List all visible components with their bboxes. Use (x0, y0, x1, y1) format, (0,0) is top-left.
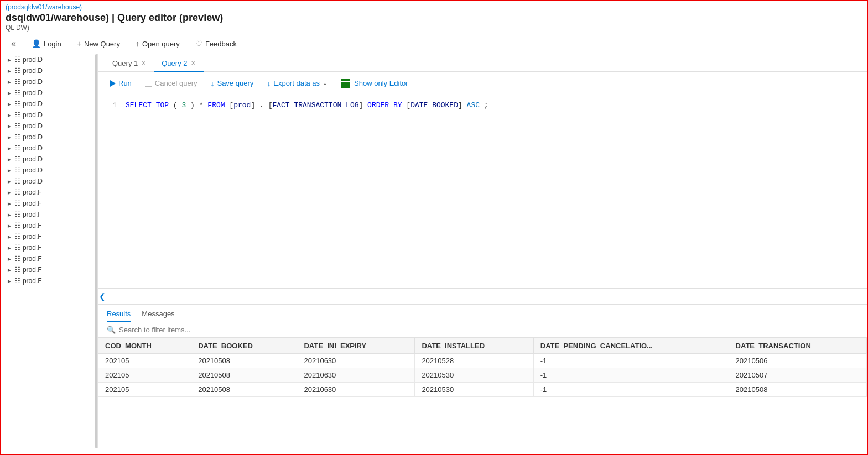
table-icon-0: ☷ (14, 56, 20, 64)
search-bar: 🔍 (98, 322, 867, 338)
expand-arrow-3: ► (7, 90, 12, 96)
sidebar-item-label-3: prod.D (23, 89, 43, 97)
plus-icon: + (77, 39, 81, 48)
editor-label: Show only Editor (354, 79, 408, 87)
open-query-label: Open query (142, 40, 180, 48)
sidebar-item-1[interactable]: ► ☷ prod.D (1, 65, 97, 76)
sidebar-item-label-2: prod.D (23, 78, 43, 86)
cell-r1-c1: 20210508 (191, 368, 297, 383)
sidebar-item-8[interactable]: ► ☷ prod.D (1, 143, 97, 154)
sidebar-item-6[interactable]: ► ☷ prod.D (1, 121, 97, 132)
results-tab-messages[interactable]: Messages (142, 305, 174, 322)
results-tabs: Results Messages (98, 305, 867, 322)
feedback-button[interactable]: ♡ Feedback (192, 37, 240, 50)
line-number-1: 1 (98, 101, 126, 109)
sidebar-item-13[interactable]: ► ☷ prod.F (1, 198, 97, 209)
expand-arrow-6: ► (7, 123, 12, 129)
sql-editor[interactable]: 1 SELECT TOP ( 3 ) * FROM [prod] . [FACT… (98, 95, 867, 289)
sidebar-item-label-17: prod.F (23, 244, 42, 252)
person-icon: 👤 (32, 39, 41, 48)
search-input[interactable] (119, 326, 274, 334)
run-button[interactable]: Run (107, 77, 135, 90)
sidebar-item-4[interactable]: ► ☷ prod.D (1, 98, 97, 109)
sidebar-item-15[interactable]: ► ☷ prod.F (1, 220, 97, 231)
expand-arrow-8: ► (7, 145, 12, 151)
sidebar-item-3[interactable]: ► ☷ prod.D (1, 87, 97, 98)
sidebar-item-9[interactable]: ► ☷ prod.D (1, 154, 97, 165)
results-tab-messages-label: Messages (142, 310, 174, 318)
col-header-cod-month: COD_MONTH (98, 338, 191, 354)
sidebar-item-19[interactable]: ► ☷ prod.F (1, 264, 97, 275)
show-only-editor-button[interactable]: Show only Editor (337, 76, 412, 90)
col-header-date-transaction: DATE_TRANSACTION (729, 338, 866, 354)
results-table-wrapper[interactable]: COD_MONTH DATE_BOOKED DATE_INI_EXPIRY DA… (98, 338, 867, 448)
sidebar-item-11[interactable]: ► ☷ prod.D (1, 176, 97, 187)
export-data-button[interactable]: ↓ Export data as ⌄ (263, 77, 331, 90)
query-tab-1[interactable]: Query 1 ✕ (105, 55, 154, 72)
sidebar-item-label-11: prod.D (23, 177, 43, 185)
main-layout: ► ☷ prod.D ► ☷ prod.D ► ☷ prod.D ► ☷ pro… (1, 54, 867, 448)
sidebar-item-16[interactable]: ► ☷ prod.F (1, 231, 97, 242)
expand-arrow-0: ► (7, 57, 12, 63)
sidebar-item-0[interactable]: ► ☷ prod.D (1, 54, 97, 65)
sidebar-item-12[interactable]: ► ☷ prod.F (1, 187, 97, 198)
cell-r0-c4: -1 (533, 354, 729, 368)
search-icon: 🔍 (107, 326, 116, 334)
cancel-checkbox-icon (145, 80, 152, 87)
save-query-button[interactable]: ↓ Save query (207, 77, 257, 90)
cell-r1-c2: 20210630 (297, 368, 415, 383)
col-header-date-booked: DATE_BOOKED (191, 338, 297, 354)
sidebar-item-label-10: prod.D (23, 166, 43, 174)
expand-arrow-15: ► (7, 223, 12, 229)
sidebar-item-label-12: prod.F (23, 189, 42, 196)
collapse-panel-button[interactable]: ❮ (98, 290, 107, 303)
table-header-row: COD_MONTH DATE_BOOKED DATE_INI_EXPIRY DA… (98, 338, 867, 354)
col-header-date-installed: DATE_INSTALLED (415, 338, 533, 354)
sidebar-item-label-9: prod.D (23, 155, 43, 163)
new-query-label: New Query (84, 40, 120, 48)
sidebar-scrollbar[interactable] (95, 54, 97, 448)
sidebar-item-14[interactable]: ► ☷ prod.f (1, 209, 97, 220)
sidebar-item-5[interactable]: ► ☷ prod.D (1, 109, 97, 121)
cell-r0-c1: 20210508 (191, 354, 297, 368)
query-tab-2-close[interactable]: ✕ (191, 60, 196, 67)
cell-r0-c0: 202105 (98, 354, 191, 368)
breadcrumb-top-link[interactable]: (prodsqldw01/warehouse) (6, 3, 862, 11)
table-icon-4: ☷ (14, 100, 20, 108)
sidebar-item-label-4: prod.D (23, 100, 43, 108)
query-tab-1-close[interactable]: ✕ (141, 60, 146, 67)
sidebar-item-18[interactable]: ► ☷ prod.F (1, 253, 97, 264)
expand-arrow-5: ► (7, 112, 12, 118)
table-icon-16: ☷ (14, 233, 20, 240)
table-icon-2: ☷ (14, 78, 20, 86)
sidebar-item-17[interactable]: ► ☷ prod.F (1, 242, 97, 253)
query-tab-2[interactable]: Query 2 ✕ (154, 55, 203, 72)
login-button[interactable]: 👤 Login (28, 37, 65, 50)
open-query-button[interactable]: ↑ Open query (132, 37, 183, 50)
table-icon-15: ☷ (14, 222, 20, 229)
expand-arrow-2: ► (7, 79, 12, 85)
chevron-left-icon: ❮ (99, 292, 106, 301)
table-icon-11: ☷ (14, 177, 20, 185)
page-subtitle: QL DW) (6, 24, 862, 34)
sidebar-item-7[interactable]: ► ☷ prod.D (1, 132, 97, 143)
cancel-query-button[interactable]: Cancel query (142, 77, 201, 90)
grid-view-icon (341, 79, 350, 88)
sidebar-item-label-18: prod.F (23, 255, 42, 263)
save-label: Save query (217, 79, 253, 87)
new-query-button[interactable]: + New Query (74, 37, 123, 50)
sidebar-item-label-15: prod.F (23, 222, 42, 229)
collapse-button[interactable]: « (8, 38, 19, 50)
results-tab-results[interactable]: Results (107, 305, 131, 322)
table-icon-6: ☷ (14, 122, 20, 130)
sidebar-item-10[interactable]: ► ☷ prod.D (1, 165, 97, 176)
cell-r2-c2: 20210630 (297, 383, 415, 397)
sidebar-item-2[interactable]: ► ☷ prod.D (1, 76, 97, 87)
expand-arrow-18: ► (7, 256, 12, 262)
sidebar-item-20[interactable]: ► ☷ prod.F (1, 275, 97, 286)
table-icon-12: ☷ (14, 189, 20, 196)
export-label: Export data as (273, 79, 320, 87)
table-row: 202105202105082021063020210530-120210507 (98, 368, 867, 383)
cell-r1-c0: 202105 (98, 368, 191, 383)
table-icon-17: ☷ (14, 244, 20, 252)
